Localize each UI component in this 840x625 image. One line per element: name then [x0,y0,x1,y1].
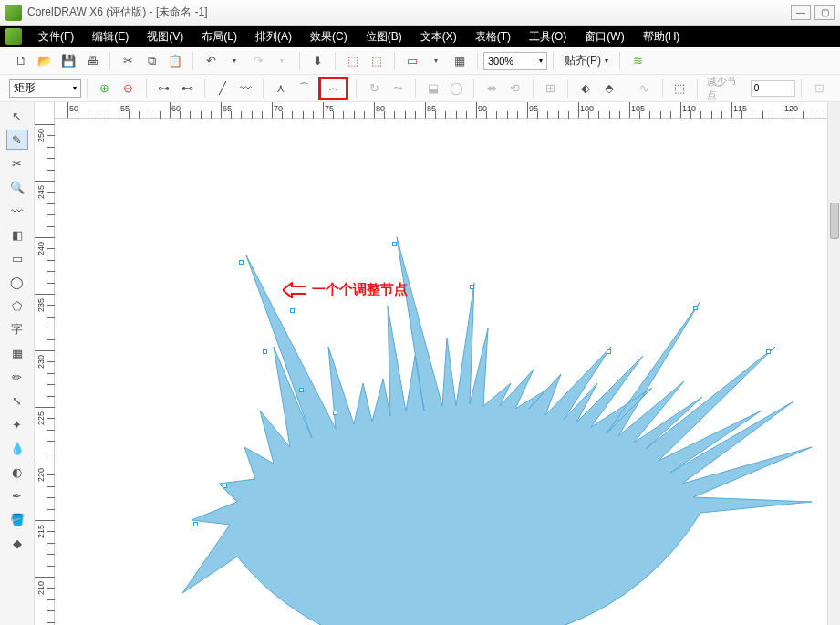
paste-icon[interactable]: 📋 [165,51,185,71]
edit-node[interactable] [333,411,337,415]
edit-node[interactable] [223,484,227,488]
eyedropper-tool-icon[interactable]: 💧 [6,438,28,458]
stretch-nodes-icon[interactable]: ⬌ [482,78,502,99]
options2-icon[interactable]: ≋ [627,51,648,71]
reflect-v-icon[interactable]: ⬘ [599,78,619,99]
menu-table[interactable]: 表格(T) [466,29,520,45]
bounding-box-icon[interactable]: ⊡ [809,78,829,99]
menu-text[interactable]: 文本(X) [411,29,466,45]
welcome-dropdown-icon[interactable]: ▾ [426,51,446,71]
edit-node[interactable] [607,349,611,354]
connector-tool-icon[interactable]: ⤡ [6,391,28,411]
interactive-fill-tool-icon[interactable]: ◆ [6,533,28,553]
delete-node-icon[interactable]: ⊖ [119,78,139,99]
annotation: 一个个调整节点 [283,281,408,298]
to-line-icon[interactable]: ╱ [213,78,233,99]
reflect-h-icon[interactable]: ⬖ [576,78,596,99]
scrollbar-thumb[interactable] [830,203,839,239]
undo-dropdown-icon[interactable]: ▾ [224,51,244,71]
search-content-icon[interactable]: ⬚ [343,51,363,71]
text-tool-icon[interactable]: 字 [6,319,28,339]
vruler-tick-label: 240 [36,242,46,255]
edit-node[interactable] [693,306,698,310]
menu-view[interactable]: 视图(V) [138,29,192,45]
canvas[interactable]: 50556065707580859095100105110115120 [55,102,827,625]
pick-tool-icon[interactable]: ↖ [6,106,28,126]
close-curve-icon[interactable]: ◯ [447,78,467,99]
table-tool-icon[interactable]: ▦ [6,343,28,363]
open-icon[interactable]: 📂 [35,51,55,71]
edit-node[interactable] [470,285,474,289]
vertical-scrollbar[interactable] [827,102,840,625]
vruler-tick-label: 235 [36,298,46,312]
menu-edit[interactable]: 编辑(E) [83,29,138,45]
dimension-tool-icon[interactable]: ✏ [6,367,28,387]
undo-icon[interactable]: ↶ [201,51,221,71]
import-icon[interactable]: ⬇ [307,51,327,71]
edit-node[interactable] [263,349,267,354]
edit-node[interactable] [299,388,304,392]
elastic-mode-icon[interactable]: ∿ [635,78,655,99]
add-node-icon[interactable]: ⊕ [95,78,115,99]
smart-fill-tool-icon[interactable]: ◧ [6,224,28,245]
shape-tool-icon[interactable]: ✎ [6,130,28,150]
join-nodes-icon[interactable]: ⊶ [154,78,174,99]
smooth-node-icon[interactable]: ⌒ [295,78,315,99]
edit-node[interactable] [766,349,771,354]
ellipse-tool-icon[interactable]: ◯ [6,272,28,292]
zoom-tool-icon[interactable]: 🔍 [6,177,28,197]
cusp-node-icon[interactable]: ⋏ [271,78,291,99]
transparency-tool-icon[interactable]: ◐ [6,462,28,482]
break-node-icon[interactable]: ⊷ [177,78,197,99]
cut-icon[interactable]: ✂ [118,51,138,71]
edit-node[interactable] [392,242,397,246]
crop-tool-icon[interactable]: ✂ [6,153,28,173]
select-all-nodes-icon[interactable]: ⬚ [670,78,690,99]
save-icon[interactable]: 💾 [58,51,78,71]
property-bar: 矩形▾ ⊕ ⊖ ⊶ ⊷ ╱ 〰 ⋏ ⌒ ⌢ ↻ ⤳ ⬓ ◯ ⬌ ⟲ ⊞ ⬖ ⬘ … [0,75,840,102]
redo-dropdown-icon[interactable]: ▾ [272,51,292,71]
rectangle-tool-icon[interactable]: ▭ [6,248,28,268]
reverse-dir-icon[interactable]: ↻ [364,78,384,99]
zoom-level-input[interactable]: 300%▾ [483,52,547,70]
hruler-tick-label: 110 [682,104,696,113]
vruler-tick-label: 210 [36,581,46,595]
minimize-button[interactable]: — [791,5,811,20]
shape-preset-select[interactable]: 矩形▾ [9,79,81,98]
edit-node[interactable] [193,522,198,526]
extract-subpath-icon[interactable]: ⬓ [423,78,443,99]
freehand-tool-icon[interactable]: 〰 [6,201,28,221]
symmetrical-node-button[interactable]: ⌢ [318,77,349,100]
edit-node[interactable] [290,308,295,313]
menu-help[interactable]: 帮助(H) [634,29,690,45]
print-icon[interactable]: 🖶 [82,51,102,71]
polygon-tool-icon[interactable]: ⬠ [6,296,28,316]
options-icon[interactable]: ▦ [450,51,470,71]
splash-shape[interactable] [137,119,827,625]
to-curve-icon[interactable]: 〰 [236,78,256,99]
menu-layout[interactable]: 布局(L) [192,29,246,45]
edit-node[interactable] [239,260,244,265]
menu-effects[interactable]: 效果(C) [301,29,357,45]
app-launcher-icon[interactable]: ⬚ [367,51,387,71]
horizontal-ruler: 50556065707580859095100105110115120 [55,102,827,119]
welcome-icon[interactable]: ▭ [402,51,422,71]
snap-menu[interactable]: 贴齐(P)▾ [559,53,614,68]
extend-curve-icon[interactable]: ⤳ [388,78,408,99]
effects-tool-icon[interactable]: ✦ [6,414,28,434]
menu-bitmap[interactable]: 位图(B) [357,29,411,45]
fill-tool-icon[interactable]: 🪣 [6,509,28,529]
outline-tool-icon[interactable]: ✒ [6,485,28,505]
align-nodes-icon[interactable]: ⊞ [541,78,561,99]
rotate-nodes-icon[interactable]: ⟲ [505,78,525,99]
redo-icon[interactable]: ↷ [248,51,268,71]
title-bar: CorelDRAW X6 (评估版) - [未命名 -1] — ▢ [0,0,840,26]
menu-tools[interactable]: 工具(O) [520,29,576,45]
reduce-nodes-input[interactable]: 0 [751,80,795,97]
menu-file[interactable]: 文件(F) [29,29,83,45]
copy-icon[interactable]: ⧉ [141,51,161,71]
new-icon[interactable]: 🗋 [11,51,31,71]
menu-arrange[interactable]: 排列(A) [246,29,301,45]
maximize-button[interactable]: ▢ [814,5,835,20]
menu-window[interactable]: 窗口(W) [576,29,633,45]
